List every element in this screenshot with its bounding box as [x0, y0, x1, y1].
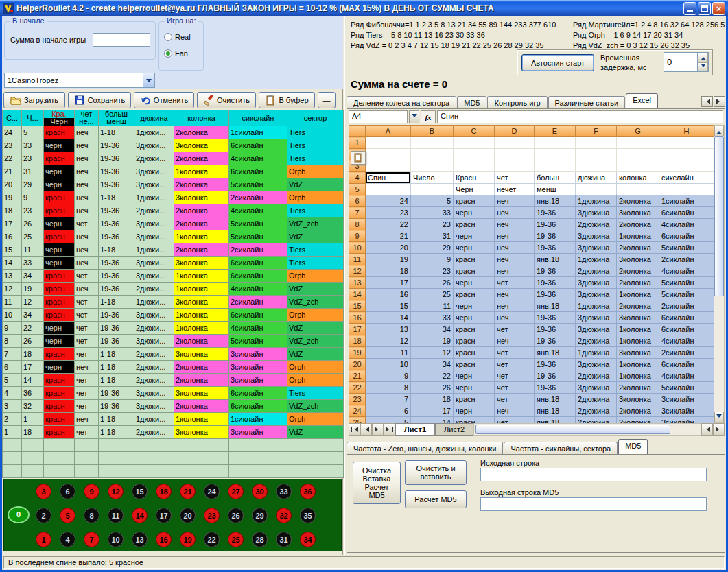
- radio-fan[interactable]: Fan: [164, 49, 188, 58]
- main-tab-4[interactable]: Excel: [626, 93, 658, 108]
- excel-row-header-6[interactable]: 6: [349, 195, 366, 207]
- number-cell[interactable]: 29: [22, 178, 44, 191]
- empty-cell[interactable]: [99, 452, 134, 465]
- excel-row-header-9[interactable]: 9: [349, 230, 366, 242]
- excel-cell[interactable]: дюжина: [576, 172, 617, 184]
- excel-cell[interactable]: 3дюжина: [576, 230, 617, 242]
- excel-cell[interactable]: 1колонка: [617, 335, 659, 347]
- range-cell[interactable]: 1-18: [99, 374, 134, 387]
- dozen-cell[interactable]: 2дюжи...: [134, 426, 174, 439]
- excel-cell[interactable]: неч: [495, 405, 535, 417]
- excel-cell[interactable]: 33: [411, 312, 454, 324]
- dozen-cell[interactable]: 3дюжи...: [134, 230, 174, 243]
- sector-cell[interactable]: VdZ_zch: [287, 217, 344, 230]
- excel-cell[interactable]: чет: [495, 382, 535, 394]
- excel-cell[interactable]: 21: [366, 230, 411, 242]
- sector-cell[interactable]: VdZ: [287, 178, 344, 191]
- empty-cell[interactable]: [174, 452, 229, 465]
- excel-row-header-1[interactable]: 1: [349, 137, 366, 149]
- excel-row-header-10[interactable]: 10: [349, 242, 366, 254]
- color-cell[interactable]: красн: [44, 296, 75, 309]
- number-cell[interactable]: 18: [22, 348, 44, 361]
- collapse-button[interactable]: —: [318, 92, 336, 108]
- excel-cell[interactable]: янв.18: [535, 254, 576, 265]
- number-cell[interactable]: 26: [22, 217, 44, 230]
- excel-cell[interactable]: красн: [454, 195, 495, 207]
- number-cell[interactable]: 23: [22, 204, 44, 217]
- column-cell[interactable]: 2колонка: [174, 126, 229, 139]
- excel-cell[interactable]: 2дюжина: [576, 370, 617, 382]
- excel-cell[interactable]: сикслайн: [659, 172, 714, 184]
- excel-cell[interactable]: [411, 160, 454, 172]
- excel-cell[interactable]: черн: [454, 242, 495, 254]
- excel-cell[interactable]: [617, 184, 659, 195]
- excel-row-header-12[interactable]: 12: [349, 265, 366, 277]
- dozen-cell[interactable]: 1дюжи...: [134, 243, 174, 257]
- vertical-scrollbar[interactable]: [714, 125, 725, 423]
- excel-cell[interactable]: 4сиклайн: [659, 265, 714, 277]
- parity-cell[interactable]: чет: [75, 374, 99, 387]
- excel-cell[interactable]: [576, 137, 617, 149]
- excel-cell[interactable]: янв.18: [535, 300, 576, 312]
- excel-cell[interactable]: [535, 160, 576, 172]
- roulette-number-14[interactable]: 14: [132, 508, 148, 523]
- column-cell[interactable]: 3колонка: [174, 296, 229, 309]
- empty-cell[interactable]: [174, 439, 229, 452]
- dozen-cell[interactable]: 2дюжи...: [134, 152, 174, 165]
- roulette-number-25[interactable]: 25: [228, 532, 244, 547]
- excel-cell[interactable]: 19-36: [535, 265, 576, 277]
- excel-cell[interactable]: черн: [454, 382, 495, 394]
- roulette-number-23[interactable]: 23: [204, 508, 220, 523]
- excel-cell[interactable]: Красн: [454, 172, 495, 184]
- excel-cell[interactable]: черн: [454, 405, 495, 417]
- number-cell[interactable]: 22: [22, 322, 44, 335]
- column-cell[interactable]: 1колонка: [174, 283, 229, 296]
- excel-row-header-15[interactable]: 15: [349, 300, 366, 312]
- excel-cell[interactable]: 10: [366, 359, 411, 370]
- start-sum-input[interactable]: [93, 33, 150, 47]
- number-cell[interactable]: 14: [22, 374, 44, 387]
- excel-cell[interactable]: 19-36: [535, 324, 576, 335]
- excel-cell[interactable]: 19-36: [535, 289, 576, 300]
- excel-cell[interactable]: 1колонка: [617, 230, 659, 242]
- parity-cell[interactable]: чет: [75, 322, 99, 335]
- spin-cell[interactable]: 13: [3, 270, 22, 283]
- column-cell[interactable]: 3колонка: [174, 348, 229, 361]
- excel-row-header-25[interactable]: 25: [349, 417, 366, 424]
- excel-cell[interactable]: неч: [495, 312, 535, 324]
- excel-cell[interactable]: 4сиклайн: [659, 370, 714, 382]
- dozen-cell[interactable]: 1дюжи...: [134, 126, 174, 139]
- number-cell[interactable]: 31: [22, 165, 44, 178]
- excel-cell[interactable]: неч: [495, 289, 535, 300]
- empty-cell[interactable]: [44, 452, 75, 465]
- column-cell[interactable]: 3колонка: [174, 257, 229, 270]
- roulette-number-16[interactable]: 16: [156, 532, 172, 547]
- sector-cell[interactable]: VdZ_zch: [287, 400, 344, 413]
- sector-cell[interactable]: VdZ: [287, 283, 344, 296]
- spin-cell[interactable]: 15: [3, 243, 22, 257]
- excel-cell[interactable]: красн: [454, 347, 495, 359]
- spin-cell[interactable]: 6: [3, 361, 22, 374]
- roulette-number-7[interactable]: 7: [84, 532, 99, 547]
- main-tab-0[interactable]: Деление колеса на сектора: [347, 96, 456, 108]
- excel-cell[interactable]: красн: [454, 219, 495, 230]
- range-cell[interactable]: 1-18: [99, 426, 134, 439]
- excel-cell[interactable]: неч: [495, 195, 535, 207]
- sector-cell[interactable]: Tiers: [287, 257, 344, 270]
- column-cell[interactable]: 3колонка: [174, 139, 229, 152]
- parity-cell[interactable]: чет: [75, 348, 99, 361]
- column-cell[interactable]: 2колонка: [174, 178, 229, 191]
- excel-corner-cell[interactable]: [349, 126, 366, 137]
- sector-cell[interactable]: VdZ: [287, 322, 344, 335]
- excel-cell[interactable]: [659, 184, 714, 195]
- excel-cell[interactable]: 5: [411, 195, 454, 207]
- sixline-cell[interactable]: 6сиклайн: [229, 139, 287, 152]
- number-cell[interactable]: 17: [22, 361, 44, 374]
- range-cell[interactable]: 19-36: [99, 257, 134, 270]
- sheet-last-button[interactable]: [384, 423, 395, 436]
- excel-cell[interactable]: 19-36: [535, 370, 576, 382]
- color-cell[interactable]: черн: [44, 178, 75, 191]
- excel-cell[interactable]: [576, 184, 617, 195]
- color-cell[interactable]: красн: [44, 152, 75, 165]
- range-cell[interactable]: 19-36: [99, 217, 134, 230]
